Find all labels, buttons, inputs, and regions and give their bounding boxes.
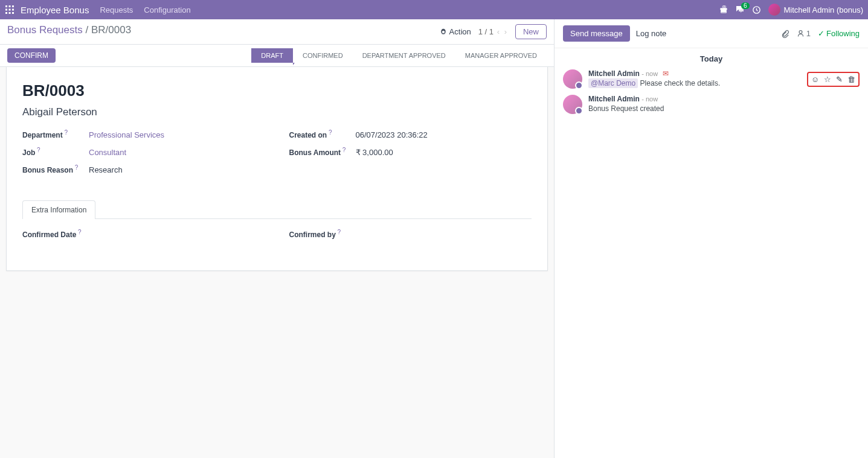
- svg-rect-5: [12, 9, 14, 11]
- department-value[interactable]: Professional Services: [89, 130, 164, 139]
- mention[interactable]: @Marc Demo: [588, 78, 638, 88]
- tab-extra-information[interactable]: Extra Information: [22, 200, 95, 219]
- svg-rect-0: [5, 5, 7, 7]
- log-note-button[interactable]: Log note: [636, 29, 667, 38]
- chatter-date-header: Today: [563, 54, 860, 63]
- avatar-icon: [768, 4, 780, 16]
- app-title: Employee Bonus: [21, 5, 89, 15]
- bonus-reason-label: Bonus Reason: [22, 166, 73, 174]
- message-author[interactable]: Mitchell Admin: [588, 95, 640, 103]
- created-on-value: 06/07/2023 20:36:22: [356, 130, 428, 139]
- svg-rect-6: [5, 12, 7, 14]
- pager-prev-icon[interactable]: ‹: [497, 27, 500, 36]
- user-name: Mitchell Admin (bonus): [784, 5, 864, 14]
- created-on-label: Created on: [289, 131, 327, 139]
- message-item: Mitchell Admin - now Bonus Request creat…: [563, 95, 860, 114]
- svg-rect-3: [5, 9, 7, 11]
- avatar-icon: [563, 95, 582, 114]
- pager-next-icon[interactable]: ›: [504, 27, 507, 36]
- messages-badge: 6: [741, 2, 750, 9]
- breadcrumb-current: BR/0003: [91, 24, 131, 36]
- user-menu[interactable]: Mitchell Admin (bonus): [768, 4, 864, 16]
- envelope-icon[interactable]: ✉: [663, 69, 669, 78]
- svg-rect-10: [721, 10, 726, 12]
- gift-icon[interactable]: [719, 5, 728, 14]
- status-step-draft[interactable]: DRAFT: [251, 48, 293, 63]
- status-step-confirmed[interactable]: CONFIRMED: [293, 48, 353, 63]
- status-step-mgr-approved[interactable]: MANAGER APPROVED: [455, 48, 547, 63]
- confirmed-by-label: Confirmed by: [289, 231, 336, 239]
- nav-requests[interactable]: Requests: [100, 5, 133, 14]
- bonus-reason-value: Research: [89, 165, 123, 174]
- messages-icon[interactable]: 6: [735, 5, 745, 14]
- svg-rect-1: [9, 5, 11, 7]
- employee-name: Abigail Peterson: [22, 106, 532, 118]
- svg-point-12: [799, 31, 802, 34]
- emoji-icon[interactable]: ☺: [811, 75, 819, 84]
- svg-rect-9: [720, 8, 727, 10]
- message-item: Mitchell Admin - now ✉ @Marc Demo Please…: [563, 69, 860, 89]
- attachment-icon[interactable]: [781, 30, 789, 38]
- record-title: BR/0003: [22, 81, 532, 100]
- message-author[interactable]: Mitchell Admin: [588, 69, 640, 78]
- following-button[interactable]: ✓ Following: [818, 29, 860, 38]
- message-text: Please check the details.: [638, 79, 720, 87]
- svg-rect-2: [12, 5, 14, 7]
- svg-rect-8: [12, 12, 14, 14]
- bonus-amount-value: ₹ 3,000.00: [356, 148, 393, 157]
- breadcrumb-root[interactable]: Bonus Requests: [7, 24, 83, 36]
- apps-icon[interactable]: [5, 5, 14, 14]
- svg-rect-4: [9, 9, 11, 11]
- avatar-icon: [563, 69, 582, 89]
- department-label: Department: [22, 131, 63, 139]
- clock-icon[interactable]: [752, 5, 761, 14]
- confirmed-date-label: Confirmed Date: [22, 231, 76, 239]
- edit-icon[interactable]: ✎: [836, 75, 843, 84]
- message-text: Bonus Request created: [588, 104, 860, 113]
- nav-configuration[interactable]: Configuration: [144, 5, 190, 14]
- status-step-dept-approved[interactable]: DEPARTMENT APPROVED: [353, 48, 455, 63]
- message-actions: ☺ ☆ ✎ 🗑: [807, 72, 860, 87]
- message-time: now: [646, 95, 658, 103]
- job-label: Job: [22, 148, 35, 157]
- pager-text: 1 / 1: [478, 27, 493, 36]
- send-message-button[interactable]: Send message: [563, 25, 630, 42]
- followers-count[interactable]: 1: [797, 29, 811, 38]
- delete-icon[interactable]: 🗑: [847, 75, 855, 84]
- job-value[interactable]: Consultant: [89, 148, 126, 157]
- new-button[interactable]: New: [515, 24, 547, 39]
- star-icon[interactable]: ☆: [824, 75, 831, 84]
- confirm-button[interactable]: CONFIRM: [7, 48, 56, 63]
- action-menu[interactable]: Action: [440, 27, 471, 36]
- svg-rect-7: [9, 12, 11, 14]
- message-time: now: [646, 70, 658, 77]
- bonus-amount-label: Bonus Amount: [289, 148, 341, 157]
